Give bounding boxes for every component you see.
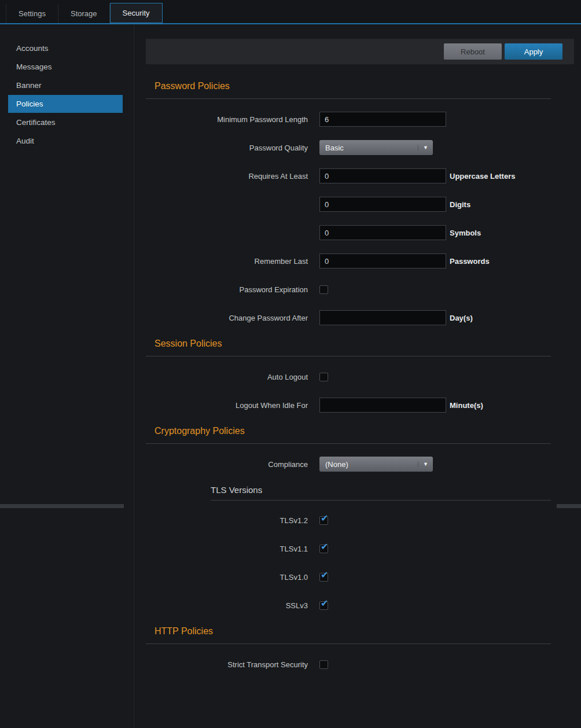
remember-last-label: Remember Last bbox=[146, 257, 319, 266]
form-row-sts: Strict Transport Security bbox=[146, 657, 574, 672]
password-quality-value: Basic bbox=[325, 144, 344, 152]
remember-suffix: Passwords bbox=[450, 257, 490, 266]
action-bar: Reboot Apply bbox=[146, 39, 574, 64]
check-icon: ✔ bbox=[321, 513, 328, 524]
apply-button[interactable]: Apply bbox=[505, 43, 562, 60]
horizontal-scrollbar-left[interactable] bbox=[0, 504, 124, 508]
password-quality-select[interactable]: Basic ▼ bbox=[319, 140, 433, 155]
app-window: Settings Storage Security Accounts Messa… bbox=[0, 0, 581, 728]
password-expiration-label: Password Expiration bbox=[146, 285, 319, 294]
strict-transport-security-checkbox[interactable] bbox=[319, 660, 328, 669]
http-policies-title: HTTP Policies bbox=[146, 626, 551, 644]
http-policies-section: Strict Transport Security bbox=[146, 657, 574, 672]
days-suffix: Day(s) bbox=[450, 314, 473, 322]
symbols-count-input[interactable] bbox=[319, 225, 446, 240]
password-policies-title: Password Policies bbox=[146, 81, 551, 99]
digits-count-input[interactable] bbox=[319, 197, 446, 212]
auto-logout-checkbox[interactable] bbox=[319, 373, 328, 381]
sidebar-item-policies[interactable]: Policies bbox=[8, 95, 123, 113]
cryptography-policies-title: Cryptography Policies bbox=[146, 426, 551, 444]
digits-suffix: Digits bbox=[450, 200, 470, 209]
uppercase-count-input[interactable] bbox=[319, 168, 446, 183]
form-row-symbols: Symbols bbox=[146, 225, 574, 240]
auto-logout-label: Auto Logout bbox=[146, 373, 319, 381]
tls10-checkbox[interactable]: ✔ bbox=[319, 573, 328, 582]
requires-at-least-label: Requires At Least bbox=[146, 172, 319, 181]
tls11-checkbox[interactable]: ✔ bbox=[319, 545, 328, 553]
tab-storage[interactable]: Storage bbox=[58, 4, 110, 23]
sidebar-item-banner[interactable]: Banner bbox=[8, 76, 123, 94]
logout-when-idle-input[interactable] bbox=[319, 398, 446, 413]
form-row-uppercase: Requires At Least Uppercase Letters bbox=[146, 168, 574, 183]
change-password-after-input[interactable] bbox=[319, 310, 446, 325]
session-policies-title: Session Policies bbox=[146, 339, 551, 356]
tab-security[interactable]: Security bbox=[110, 3, 163, 23]
check-icon: ✔ bbox=[321, 598, 328, 609]
uppercase-suffix: Uppercase Letters bbox=[450, 172, 515, 181]
sidebar: Accounts Messages Banner Policies Certif… bbox=[0, 25, 134, 728]
sidebar-item-audit[interactable]: Audit bbox=[8, 132, 123, 150]
password-policies-section: Minimum Password Length Password Quality… bbox=[146, 112, 574, 325]
tls-versions-group: TLSv1.2 ✔ TLSv1.1 ✔ TLSv1.0 ✔ SSLv3 ✔ bbox=[146, 513, 574, 613]
logout-when-idle-label: Logout When Idle For bbox=[146, 401, 319, 410]
change-password-after-label: Change Password After bbox=[146, 314, 319, 322]
tls-versions-title: TLS Versions bbox=[211, 485, 551, 501]
minutes-suffix: Minute(s) bbox=[450, 401, 483, 410]
check-icon: ✔ bbox=[321, 542, 328, 552]
sslv3-label: SSLv3 bbox=[146, 601, 319, 610]
remember-last-input[interactable] bbox=[319, 253, 446, 269]
min-length-input[interactable] bbox=[319, 112, 446, 127]
min-length-label: Minimum Password Length bbox=[146, 115, 319, 124]
form-row-change-after: Change Password After Day(s) bbox=[146, 310, 574, 325]
form-row-tls10: TLSv1.0 ✔ bbox=[146, 569, 574, 584]
session-policies-section: Auto Logout Logout When Idle For Minute(… bbox=[146, 369, 574, 413]
form-row-min-length: Minimum Password Length bbox=[146, 112, 574, 127]
tls12-label: TLSv1.2 bbox=[146, 516, 319, 525]
main-content: Reboot Apply Password Policies Minimum P… bbox=[134, 24, 581, 728]
password-expiration-checkbox[interactable] bbox=[319, 285, 328, 294]
tls10-label: TLSv1.0 bbox=[146, 573, 319, 582]
top-tab-bar: Settings Storage Security bbox=[0, 0, 581, 24]
cryptography-policies-section: Compliance (None) ▼ TLS Versions TLSv1.2… bbox=[146, 457, 574, 613]
form-row-expiration: Password Expiration bbox=[146, 282, 574, 297]
password-quality-label: Password Quality bbox=[146, 144, 319, 152]
sslv3-checkbox[interactable]: ✔ bbox=[319, 601, 328, 610]
form-row-idle: Logout When Idle For Minute(s) bbox=[146, 398, 574, 413]
form-row-quality: Password Quality Basic ▼ bbox=[146, 140, 574, 155]
sidebar-item-accounts[interactable]: Accounts bbox=[8, 39, 123, 57]
form-row-tls11: TLSv1.1 ✔ bbox=[146, 541, 574, 556]
tls11-label: TLSv1.1 bbox=[146, 545, 319, 553]
form-row-tls12: TLSv1.2 ✔ bbox=[146, 513, 574, 528]
strict-transport-security-label: Strict Transport Security bbox=[146, 660, 319, 669]
form-row-remember: Remember Last Passwords bbox=[146, 253, 574, 269]
form-row-auto-logout: Auto Logout bbox=[146, 369, 574, 384]
form-row-sslv3: SSLv3 ✔ bbox=[146, 598, 574, 613]
tab-settings[interactable]: Settings bbox=[6, 4, 58, 23]
compliance-label: Compliance bbox=[146, 460, 319, 469]
check-icon: ✔ bbox=[321, 570, 328, 580]
symbols-suffix: Symbols bbox=[450, 229, 481, 237]
chevron-down-icon: ▼ bbox=[418, 145, 433, 150]
sidebar-item-certificates[interactable]: Certificates bbox=[8, 113, 123, 131]
compliance-select[interactable]: (None) ▼ bbox=[319, 457, 433, 472]
reboot-button[interactable]: Reboot bbox=[444, 43, 502, 60]
form-row-compliance: Compliance (None) ▼ bbox=[146, 457, 574, 472]
form-row-digits: Digits bbox=[146, 197, 574, 212]
sidebar-item-messages[interactable]: Messages bbox=[8, 58, 123, 76]
chevron-down-icon: ▼ bbox=[418, 461, 433, 467]
compliance-value: (None) bbox=[325, 460, 348, 469]
tls12-checkbox[interactable]: ✔ bbox=[319, 516, 328, 525]
